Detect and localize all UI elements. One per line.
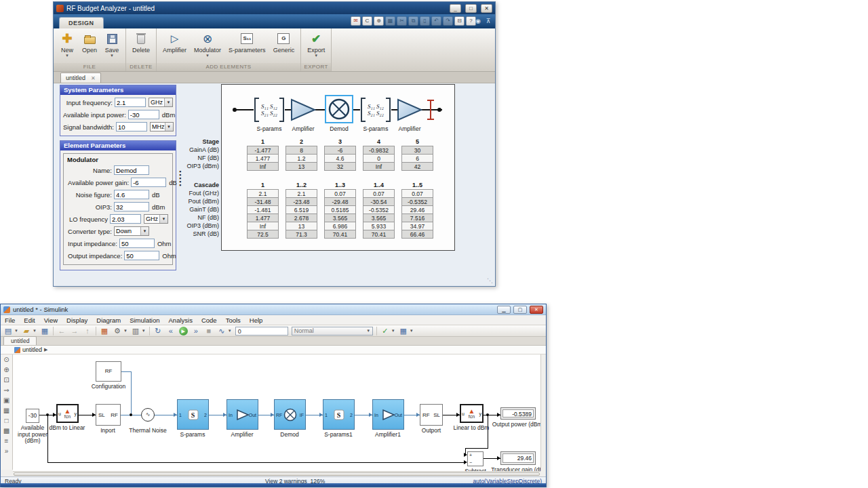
amplifier-block[interactable]	[290, 98, 317, 122]
new-model-icon[interactable]: ▤	[3, 326, 13, 336]
minimize-icon[interactable]: _	[450, 4, 461, 13]
minimize-icon[interactable]: ▁	[497, 306, 511, 314]
viewmarks-icon[interactable]: ≡	[5, 437, 9, 445]
print-icon[interactable]: ⊟	[454, 16, 465, 26]
menu-view[interactable]: View	[44, 317, 58, 324]
transducer-gain-display[interactable]: 29.46	[500, 451, 536, 465]
menu-code[interactable]: Code	[201, 317, 217, 324]
simulation-mode-select[interactable]: Normal▼	[292, 327, 373, 336]
available-power-gain-field[interactable]	[131, 178, 166, 187]
s-params-block[interactable]: 1 S 2	[177, 399, 209, 430]
library-icon[interactable]: ▦	[3, 407, 9, 414]
name-field[interactable]	[114, 165, 149, 175]
input-frequency-field[interactable]	[115, 98, 146, 107]
model-configuration-icon[interactable]: ⚙	[113, 326, 122, 336]
amplifier-block[interactable]: In Out	[226, 399, 258, 430]
save-icon[interactable]: ▦	[40, 326, 50, 336]
build-icon[interactable]: ▦	[399, 326, 408, 336]
area-icon[interactable]: ▩	[3, 427, 9, 434]
s-parameters-button[interactable]: S₁₁ S-parameters	[226, 30, 269, 63]
output-power-display[interactable]: -0.5389	[500, 407, 536, 420]
document-tab-untitled[interactable]: untitled ✕	[60, 73, 101, 83]
chevron-down-icon[interactable]: ▼	[391, 329, 395, 333]
minimize-ribbon-icon[interactable]: ⊼	[484, 17, 492, 25]
converter-type-dropdown[interactable]: Down▼	[114, 226, 149, 236]
configuration-block[interactable]: RF	[96, 361, 121, 382]
close-icon[interactable]: ✕	[530, 306, 543, 314]
amplifier-block-2[interactable]	[396, 98, 423, 122]
modulator-button[interactable]: ⊗ Modulator▼	[191, 30, 224, 63]
chevron-down-icon[interactable]: ▼	[14, 329, 18, 333]
tab-design[interactable]: DESIGN	[59, 17, 104, 28]
budget-chain-canvas[interactable]: S₁₁ S₁₂ S₂₁ S₂₂ S₁₁ S₁₂ S₂₁ S₂₂	[221, 84, 455, 251]
outport-block[interactable]: RF SL	[420, 404, 443, 426]
s-params1-block[interactable]: 1 S 2	[323, 399, 355, 430]
demod-block-selected[interactable]	[325, 95, 353, 123]
s-params-block-2[interactable]: S₁₁ S₁₂ S₂₁ S₂₂	[360, 96, 391, 123]
open-icon[interactable]: ▰	[22, 326, 31, 336]
direction-icon[interactable]: ⇒	[3, 386, 9, 394]
maximize-icon[interactable]: ▢	[513, 306, 527, 314]
constant-block[interactable]: -30	[26, 409, 39, 423]
vertical-scrollbar[interactable]	[540, 354, 546, 471]
chevron-down-icon[interactable]: ▼	[33, 329, 37, 333]
close-tab-icon[interactable]: ✕	[91, 75, 96, 81]
new-button[interactable]: ✚ New▼	[57, 30, 77, 63]
fit-to-view-icon[interactable]: ⊡	[3, 376, 9, 384]
chevron-down-icon[interactable]: ▼	[142, 329, 146, 333]
export-button[interactable]: ✔ Export▼	[304, 30, 328, 63]
subtract-block[interactable]: + −	[467, 451, 484, 466]
add-user-icon[interactable]: ⊕	[374, 16, 384, 26]
library-browser-icon[interactable]: ▦	[100, 326, 109, 336]
s-params-block[interactable]: S₁₁ S₁₂ S₂₁ S₂₂	[254, 96, 285, 123]
step-forward-icon[interactable]: »	[191, 326, 201, 336]
horizontal-scrollbar[interactable]	[13, 471, 540, 476]
menu-display[interactable]: Display	[66, 317, 87, 324]
signal-bandwidth-field[interactable]	[116, 122, 147, 131]
inport-block[interactable]: SL RF	[96, 404, 121, 426]
screenshot-icon[interactable]: ▣	[3, 396, 9, 404]
lo-frequency-field[interactable]	[110, 214, 141, 224]
maximize-icon[interactable]: □	[465, 4, 477, 13]
delete-button[interactable]: Delete	[130, 30, 153, 63]
chevron-down-icon[interactable]: ▼	[123, 329, 127, 333]
search-dropdown-icon[interactable]: ◉	[474, 17, 482, 25]
community-icon[interactable]: C	[362, 16, 372, 26]
thermal-noise-block[interactable]: ∿	[141, 408, 155, 422]
mail-icon[interactable]: ✉	[351, 16, 361, 26]
close-icon[interactable]: ✕	[481, 4, 492, 13]
update-diagram-icon[interactable]: ↻	[153, 326, 163, 336]
amplifier1-block[interactable]: In Out	[372, 399, 404, 430]
model-advisor-icon[interactable]: ✓	[380, 326, 390, 336]
output-impedance-field[interactable]	[124, 251, 159, 260]
menu-help[interactable]: Help	[250, 317, 263, 324]
available-input-power-field[interactable]	[128, 110, 159, 119]
generic-button[interactable]: G Generic	[271, 30, 298, 63]
demod-block[interactable]: RF IF	[274, 399, 306, 430]
model-explorer-icon[interactable]: ▥	[131, 326, 140, 336]
zoom-icon[interactable]: ⊕	[3, 366, 9, 373]
annotation-icon[interactable]: □	[4, 417, 8, 424]
menu-simulation[interactable]: Simulation	[130, 317, 159, 324]
more-tools-icon[interactable]: »	[5, 447, 9, 455]
input-frequency-unit-dropdown[interactable]: GHz▼	[149, 98, 173, 107]
menu-tools[interactable]: Tools	[226, 317, 241, 324]
run-icon[interactable]: ▶	[179, 327, 188, 336]
linear-to-dbm-block[interactable]: u ▲ fcn y	[460, 404, 484, 423]
menu-file[interactable]: File	[5, 317, 15, 324]
lo-frequency-unit-dropdown[interactable]: GHz▼	[144, 214, 168, 224]
resize-grip[interactable]: ⋱	[487, 278, 493, 284]
chevron-down-icon[interactable]: ▼	[228, 329, 232, 333]
menu-edit[interactable]: Edit	[24, 317, 35, 324]
hide-browser-icon[interactable]: ⊙	[3, 356, 9, 363]
stop-time-field[interactable]: 0	[235, 327, 288, 336]
model-tab-untitled[interactable]: untitled	[3, 336, 37, 345]
rf-titlebar[interactable]: RF Budget Analyzer - untitled _ □ ✕	[54, 2, 495, 14]
menu-analysis[interactable]: Analysis	[169, 317, 193, 324]
dbm-to-linear-block[interactable]: u ▲ fcn y	[56, 404, 79, 423]
signal-bandwidth-unit-dropdown[interactable]: MHz▼	[150, 122, 174, 131]
oip3-field[interactable]	[114, 202, 149, 211]
step-back-icon[interactable]: «	[166, 326, 176, 336]
simulink-canvas[interactable]: -30 Availableinput power(dBm) u ▲ fcn y …	[13, 354, 540, 471]
menu-diagram[interactable]: Diagram	[96, 317, 121, 324]
